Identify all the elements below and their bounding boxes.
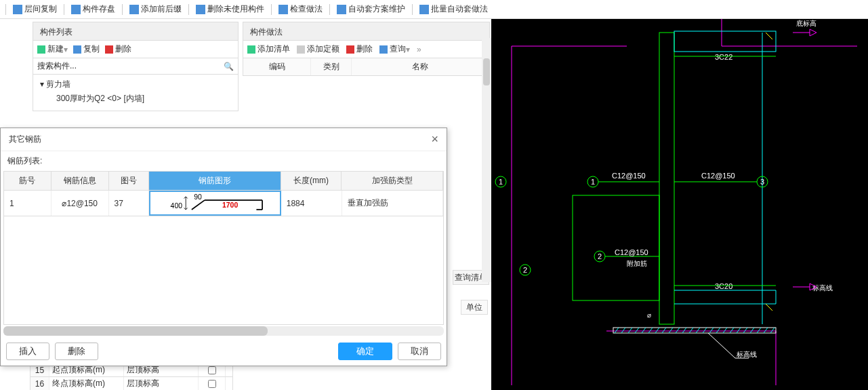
svg-line-26 xyxy=(696,328,700,333)
svg-text:2: 2 xyxy=(598,252,602,260)
method-delete-button[interactable]: 删除 xyxy=(346,43,373,55)
svg-line-23 xyxy=(676,328,680,333)
toolbar-add-prefix[interactable]: 添加前后缀 xyxy=(125,2,186,16)
svg-text:3C22: 3C22 xyxy=(715,53,732,61)
toolbar-save[interactable]: 构件存盘 xyxy=(67,2,119,16)
cad-viewport[interactable]: 1 2 1 3 2 底标高 3C22 C12@150 C12@150 C12@1… xyxy=(491,19,868,390)
copy-button[interactable]: 复制 xyxy=(73,43,100,55)
toolbar-batch-auto[interactable]: 批量自动套做法 xyxy=(415,2,492,16)
dialog-table-header: 筋号 钢筋信息 图号 钢筋图形 长度(mm) 加强筋类型 xyxy=(3,171,444,191)
component-list-title: 构件列表 xyxy=(33,22,239,41)
svg-line-36 xyxy=(764,328,768,333)
dialog-empty-area xyxy=(3,216,444,325)
grid-checkbox[interactable] xyxy=(208,366,216,374)
svg-text:3: 3 xyxy=(760,178,764,186)
svg-text:C12@150: C12@150 xyxy=(615,248,648,256)
svg-line-33 xyxy=(743,328,747,333)
svg-text:1: 1 xyxy=(499,178,503,186)
grid-row[interactable]: 16终点顶标高(m)层顶标高 xyxy=(30,377,233,390)
ok-button[interactable]: 确定 xyxy=(338,343,392,360)
dialog-table-row[interactable]: 1 ⌀12@150 37 400 90 xyxy=(3,191,444,216)
svg-text:1: 1 xyxy=(591,178,595,186)
svg-line-30 xyxy=(723,328,727,333)
svg-line-18 xyxy=(642,328,646,333)
rebar-dialog: 其它钢筋 × 钢筋列表: 筋号 钢筋信息 图号 钢筋图形 长度(mm) 加强筋类… xyxy=(0,128,447,366)
svg-text:C12@150: C12@150 xyxy=(701,172,735,180)
tree-child[interactable]: 300厚时为Q2 <0> [内墙] xyxy=(37,92,234,106)
property-grid: 15起点顶标高(m)层顶标高 16终点顶标高(m)层顶标高 17起点底标高(m)… xyxy=(30,364,233,390)
svg-line-22 xyxy=(669,328,673,333)
svg-text:⌀: ⌀ xyxy=(647,311,651,319)
svg-line-19 xyxy=(648,328,653,333)
shape-h-label: 400 xyxy=(171,202,183,210)
svg-line-37 xyxy=(770,328,774,333)
unit-header: 单位 xyxy=(461,300,488,315)
scrollbar[interactable] xyxy=(482,38,491,282)
search-icon: 🔍 xyxy=(224,62,234,71)
svg-line-24 xyxy=(682,328,686,333)
svg-line-20 xyxy=(655,328,659,333)
new-button[interactable]: 新建 ▾ xyxy=(37,43,68,55)
svg-line-35 xyxy=(757,328,761,333)
toolbar-auto-maintain[interactable]: 自动套方案维护 xyxy=(333,2,409,16)
method-panel: 构件做法 添加清单 添加定额 删除 查询 ▾ » 编码 类别 名称 xyxy=(243,22,490,76)
add-list-button[interactable]: 添加清单 xyxy=(247,43,290,55)
toolbar-check[interactable]: 检查做法 xyxy=(274,2,327,16)
svg-line-15 xyxy=(621,328,625,333)
svg-line-29 xyxy=(716,328,720,333)
cancel-button[interactable]: 取消 xyxy=(398,343,441,360)
svg-line-32 xyxy=(737,328,741,333)
toolbar-layer-copy[interactable]: 层间复制 xyxy=(9,2,61,16)
component-tree[interactable]: ▾ 剪力墙 300厚时为Q2 <0> [内墙] xyxy=(33,75,239,111)
svg-text:3C20: 3C20 xyxy=(715,282,732,290)
svg-rect-13 xyxy=(613,328,776,333)
method-title: 构件做法 xyxy=(243,22,490,41)
dialog-title: 其它钢筋 xyxy=(9,134,41,145)
svg-line-31 xyxy=(730,328,734,333)
main-toolbar: 层间复制 构件存盘 添加前后缀 删除未使用构件 检查做法 自动套方案维护 批量自… xyxy=(0,0,868,19)
svg-line-17 xyxy=(635,328,639,333)
svg-line-27 xyxy=(703,328,707,333)
svg-text:C12@150: C12@150 xyxy=(612,172,646,180)
svg-line-25 xyxy=(689,328,693,333)
svg-text:附加筋: 附加筋 xyxy=(627,260,647,267)
dialog-delete-button[interactable]: 删除 xyxy=(55,343,98,360)
svg-line-28 xyxy=(709,328,714,333)
insert-button[interactable]: 插入 xyxy=(6,343,49,360)
component-list-panel: 构件列表 新建 ▾ 复制 删除 搜索构件... 🔍 ▾ 剪力墙 300厚时为Q2… xyxy=(33,22,239,111)
delete-button[interactable]: 删除 xyxy=(105,43,131,55)
svg-line-34 xyxy=(750,328,754,333)
left-pane: 构件列表 新建 ▾ 复制 删除 搜索构件... 🔍 ▾ 剪力墙 300厚时为Q2… xyxy=(0,19,491,390)
svg-text:2: 2 xyxy=(523,266,527,274)
svg-rect-10 xyxy=(659,33,674,324)
svg-line-14 xyxy=(615,328,619,333)
svg-line-21 xyxy=(662,328,666,333)
svg-line-16 xyxy=(628,328,632,333)
tree-root[interactable]: ▾ 剪力墙 xyxy=(37,77,234,92)
svg-line-63 xyxy=(766,304,772,311)
svg-line-6 xyxy=(192,200,205,210)
search-input[interactable]: 搜索构件... 🔍 xyxy=(33,58,239,75)
svg-line-62 xyxy=(766,33,772,39)
dialog-scrollbar[interactable] xyxy=(3,326,444,336)
dialog-subtitle: 钢筋列表: xyxy=(1,151,447,171)
grid-checkbox[interactable] xyxy=(208,380,216,388)
toolbar-del-unused[interactable]: 删除未使用构件 xyxy=(192,2,268,16)
method-query-button[interactable]: 查询 ▾ xyxy=(379,43,410,55)
method-columns: 编码 类别 名称 xyxy=(243,58,490,76)
add-quota-button[interactable]: 添加定额 xyxy=(297,43,339,55)
shape-length-label: 1700 xyxy=(222,201,238,209)
shape-cell[interactable]: 400 90 1700 xyxy=(149,191,281,216)
close-icon[interactable]: × xyxy=(431,132,438,147)
svg-rect-12 xyxy=(674,31,776,52)
svg-text:底标高: 底标高 xyxy=(796,20,817,27)
svg-text:标高线: 标高线 xyxy=(736,351,757,358)
svg-text:90: 90 xyxy=(194,193,203,201)
